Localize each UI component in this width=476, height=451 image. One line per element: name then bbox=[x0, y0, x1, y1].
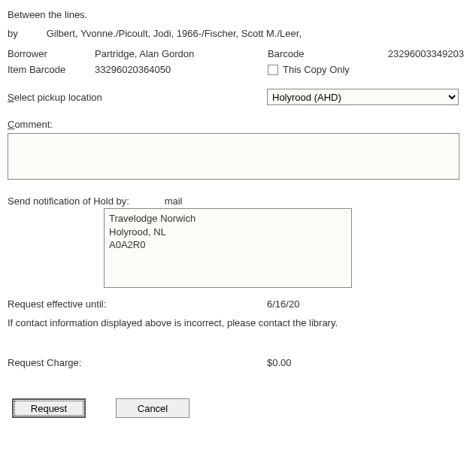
barcode-label: Barcode bbox=[268, 48, 350, 59]
address-line1: Travelodge Norwich bbox=[109, 212, 347, 226]
borrower-name: Partridge, Alan Gordon bbox=[95, 48, 268, 59]
byline: by Gilbert, Yvonne./Picoult, Jodi, 1966-… bbox=[8, 28, 468, 39]
this-copy-only-group: This Copy Only bbox=[268, 64, 350, 75]
item-barcode-row: Item Barcode 33296020364050 This Copy On… bbox=[8, 64, 468, 75]
effective-until-row: Request effective until: 6/16/20 bbox=[8, 298, 468, 310]
notification-address: Travelodge Norwich Holyrood, NL A0A2R0 bbox=[104, 208, 352, 288]
item-title: Between the lines. bbox=[8, 9, 468, 20]
request-button[interactable]: Request bbox=[12, 398, 86, 418]
effective-until-value: 6/16/20 bbox=[267, 298, 299, 310]
notification-label: Send notification of Hold by: bbox=[8, 195, 162, 207]
comment-textarea[interactable] bbox=[8, 133, 459, 180]
pickup-select-wrap: Holyrood (AHD) bbox=[267, 89, 468, 105]
hold-request-form: Between the lines. by Gilbert, Yvonne./P… bbox=[0, 0, 476, 425]
pickup-row: Select pickup location Holyrood (AHD) bbox=[8, 89, 468, 105]
request-charge-label: Request Charge: bbox=[8, 357, 267, 368]
byline-label: by bbox=[8, 28, 44, 39]
this-copy-only-label: This Copy Only bbox=[283, 64, 350, 75]
item-barcode-label: Item Barcode bbox=[8, 64, 95, 75]
address-line2: Holyrood, NL bbox=[109, 226, 347, 239]
barcode-value: 23296003349203 bbox=[350, 48, 468, 59]
byline-authors: Gilbert, Yvonne./Picoult, Jodi, 1966-/Fi… bbox=[47, 28, 302, 39]
item-barcode-value: 33296020364050 bbox=[95, 64, 268, 75]
cancel-button[interactable]: Cancel bbox=[116, 398, 189, 418]
effective-until-label: Request effective until: bbox=[8, 298, 267, 310]
comment-label: Comment: bbox=[8, 119, 468, 130]
pickup-label: Select pickup location bbox=[8, 92, 267, 103]
address-line3: A0A2R0 bbox=[109, 238, 347, 252]
borrower-label: Borrower bbox=[8, 48, 95, 59]
notification-row: Send notification of Hold by: mail bbox=[8, 195, 468, 207]
request-charge-row: Request Charge: $0.00 bbox=[8, 357, 468, 368]
pickup-select[interactable]: Holyrood (AHD) bbox=[267, 89, 459, 105]
contact-note: If contact information displayed above i… bbox=[8, 317, 468, 328]
notification-method: mail bbox=[165, 195, 183, 207]
borrower-row: Borrower Partridge, Alan Gordon Barcode … bbox=[8, 48, 468, 59]
request-charge-value: $0.00 bbox=[267, 357, 292, 368]
this-copy-only-checkbox[interactable] bbox=[268, 65, 278, 75]
button-row: Request Cancel bbox=[8, 398, 468, 418]
